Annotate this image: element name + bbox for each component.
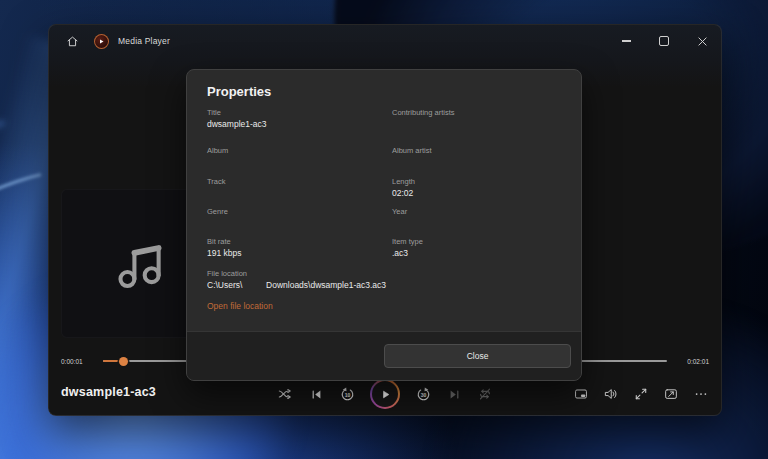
field-label: Genre <box>207 206 387 217</box>
play-button[interactable] <box>370 379 400 409</box>
window-controls <box>607 25 721 57</box>
field-label: Contributing artists <box>392 107 572 118</box>
field-label: Year <box>392 206 572 217</box>
app-logo-icon <box>94 34 109 49</box>
field-label: Title <box>207 107 387 118</box>
previous-button[interactable] <box>308 386 324 402</box>
field-genre: Genre <box>207 206 387 217</box>
field-file-location: File location C:\Users\ Downloads\dwsamp… <box>207 268 567 293</box>
minimize-icon <box>622 40 631 41</box>
more-options-button[interactable] <box>693 386 709 402</box>
field-label: Bit rate <box>207 236 387 247</box>
field-album: Album <box>207 145 387 156</box>
cast-button[interactable] <box>663 386 679 402</box>
mini-player-icon <box>574 387 588 401</box>
field-value: 191 kbps <box>207 247 387 261</box>
volume-button[interactable] <box>603 386 619 402</box>
field-contributing-artists: Contributing artists <box>392 107 572 118</box>
repeat-off-icon <box>478 387 492 401</box>
seek-thumb[interactable] <box>119 357 128 366</box>
total-time: 0:02:01 <box>675 358 709 365</box>
dialog-footer: Close <box>187 331 581 380</box>
field-year: Year <box>392 206 572 217</box>
home-icon <box>66 35 79 48</box>
properties-dialog: Properties Title dwsample1-ac3 Contribut… <box>186 69 582 381</box>
close-dialog-button[interactable]: Close <box>384 344 571 368</box>
mini-player-button[interactable] <box>573 386 589 402</box>
close-window-button[interactable] <box>683 25 721 57</box>
minimize-button[interactable] <box>607 25 645 57</box>
field-length: Length 02:02 <box>392 176 572 201</box>
repeat-button[interactable] <box>477 386 493 402</box>
svg-text:30: 30 <box>420 391 426 397</box>
fullscreen-icon <box>634 387 648 401</box>
secondary-controls <box>573 373 709 415</box>
close-icon <box>698 37 707 46</box>
shuffle-icon <box>278 387 292 401</box>
field-label: Item type <box>392 236 572 247</box>
play-icon <box>380 389 391 400</box>
more-options-icon <box>694 387 708 401</box>
field-album-artist: Album artist <box>392 145 572 156</box>
dialog-title: Properties <box>207 84 271 99</box>
field-title: Title dwsample1-ac3 <box>207 107 387 132</box>
field-label: File location <box>207 268 567 279</box>
open-file-location-link[interactable]: Open file location <box>207 301 273 311</box>
volume-icon <box>604 387 618 401</box>
field-track: Track <box>207 176 387 187</box>
field-value: C:\Users\ Downloads\dwsample1-ac3.ac3 <box>207 279 567 293</box>
screen: Media Player <box>0 0 768 459</box>
previous-icon <box>310 388 323 401</box>
field-value: dwsample1-ac3 <box>207 118 387 132</box>
field-label: Album <box>207 145 387 156</box>
home-button[interactable] <box>61 30 83 52</box>
maximize-button[interactable] <box>645 25 683 57</box>
field-bit-rate: Bit rate 191 kbps <box>207 236 387 261</box>
next-button[interactable] <box>446 386 462 402</box>
field-value: .ac3 <box>392 247 572 261</box>
elapsed-time: 0:00:01 <box>61 358 95 365</box>
play-button-inner <box>372 381 398 407</box>
maximize-icon <box>659 36 669 46</box>
field-label: Album artist <box>392 145 572 156</box>
cast-icon <box>664 387 678 401</box>
shuffle-button[interactable] <box>277 386 293 402</box>
field-label: Track <box>207 176 387 187</box>
music-note-icon <box>110 233 172 295</box>
field-value: 02:02 <box>392 187 572 201</box>
field-label: Length <box>392 176 572 187</box>
media-player-window: Media Player <box>48 24 722 416</box>
titlebar[interactable]: Media Player <box>49 25 721 57</box>
next-icon <box>448 388 461 401</box>
seek-fill <box>103 360 120 362</box>
rewind-10-icon: 10 <box>340 387 355 402</box>
app-title: Media Player <box>118 36 170 46</box>
forward-30-icon: 30 <box>416 387 431 402</box>
field-item-type: Item type .ac3 <box>392 236 572 261</box>
svg-text:10: 10 <box>344 391 350 397</box>
rewind-10-button[interactable]: 10 <box>339 386 355 402</box>
fullscreen-button[interactable] <box>633 386 649 402</box>
forward-30-button[interactable]: 30 <box>415 386 431 402</box>
